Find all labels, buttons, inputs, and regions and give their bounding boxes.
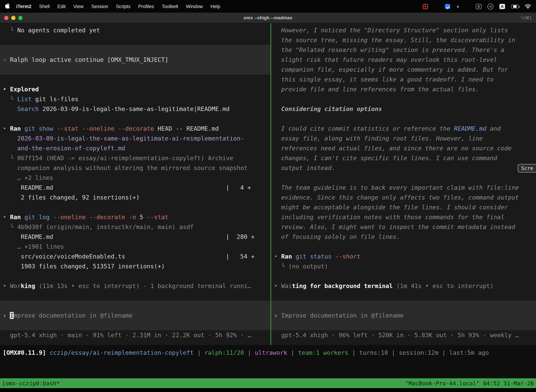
macos-menubar: iTerm2ShellEditViewSessionScriptsProfile… bbox=[0, 0, 536, 13]
terminal-line: review. Also, I might want to inspect th… bbox=[271, 222, 536, 232]
terminal-line: including verification notes with those … bbox=[271, 212, 536, 222]
text-segment: | bbox=[348, 349, 359, 356]
text-segment: session:12m bbox=[399, 349, 438, 356]
terminal-line: README.md| 4 + bbox=[0, 183, 270, 192]
terminal-line: evidence. Since this change only affects… bbox=[271, 192, 536, 202]
text-segment: companion analysis without altering the … bbox=[3, 164, 248, 171]
grid-app-icon[interactable] bbox=[434, 4, 439, 9]
text-segment: | bbox=[244, 349, 255, 356]
terminal-line: the "Related research writing" section i… bbox=[271, 45, 536, 55]
terminal-line: 2026-03-09-is-legal-the-same-as-legitima… bbox=[0, 134, 270, 143]
text-segment: … +2 lines bbox=[3, 174, 53, 181]
blue-app-icon[interactable] bbox=[445, 4, 450, 9]
terminal-line: and-the-erosion-of-copyleft.md bbox=[0, 143, 270, 153]
text-segment: (1m 41s • esc to interrupt) bbox=[393, 282, 494, 289]
text-segment: and bbox=[486, 125, 501, 132]
text-segment: └ bbox=[3, 27, 17, 34]
text-segment: essay file, along with finding root file… bbox=[274, 135, 483, 142]
text-segment: of focusing solely on file lines. bbox=[274, 233, 400, 240]
input-source-icon[interactable]: A bbox=[499, 4, 505, 9]
text-segment: slight risk that future readers may over… bbox=[274, 56, 497, 63]
text-segment: references need actual files, and since … bbox=[274, 145, 512, 152]
terminal-line: • Explored bbox=[0, 84, 270, 94]
text-segment: --stat --oneline --decorate bbox=[57, 125, 158, 132]
dots-grid-icon[interactable] bbox=[465, 4, 470, 9]
terminal-line: this single essay, it seems like a good … bbox=[271, 75, 536, 84]
screen-notification[interactable]: Scre bbox=[518, 164, 536, 173]
text-segment: Ran bbox=[10, 125, 24, 132]
menu-item-edit[interactable]: Edit bbox=[57, 4, 66, 9]
menu-item-iterm2[interactable]: iTerm2 bbox=[16, 4, 31, 9]
blank-line bbox=[271, 173, 536, 183]
screen: iTerm2ShellEditViewSessionScriptsProfile… bbox=[0, 0, 536, 392]
text-segment: • bbox=[3, 214, 10, 221]
wifi-icon[interactable] bbox=[525, 4, 531, 9]
terminal-line: I could cite commit statistics or refere… bbox=[271, 124, 536, 134]
apple-icon bbox=[5, 3, 10, 10]
terminal-line: the source tree, missing the essay. Stil… bbox=[271, 35, 536, 45]
terminal-line: Considering citation options bbox=[271, 104, 536, 114]
key-icon[interactable]: 8 bbox=[476, 4, 482, 9]
blank-line bbox=[271, 94, 536, 104]
blank-line bbox=[0, 271, 270, 281]
text-segment: git log bbox=[24, 214, 53, 221]
dark-app-icon[interactable]: ◑ bbox=[456, 4, 459, 9]
text-segment: 2 files changed, 92 insertions(+) bbox=[3, 194, 140, 201]
terminal-line: • Ran git show --stat --oneline --decora… bbox=[0, 124, 270, 134]
menu-item-view[interactable]: View bbox=[73, 4, 84, 9]
left-pane[interactable]: └ No agents completed yet› Ralph loop ac… bbox=[0, 23, 270, 345]
text-segment: last:5m ago bbox=[449, 349, 489, 356]
terminal: └ No agents completed yet› Ralph loop ac… bbox=[0, 23, 536, 392]
menu-item-scripts[interactable]: Scripts bbox=[116, 4, 130, 9]
box-content: › Improve documentation in @filename bbox=[0, 311, 270, 320]
text-segment: changes, I can't cite specific file line… bbox=[274, 154, 497, 162]
text-segment: [OMX#0.11.9] bbox=[3, 349, 50, 356]
screen-recording-icon[interactable] bbox=[423, 4, 428, 9]
tmux-session-label: [omx-cczip0:bash* bbox=[2, 380, 60, 387]
text-segment: mprove documentation in @filename bbox=[14, 312, 132, 319]
prompt-input[interactable]: › Improve documentation in @filename bbox=[271, 301, 536, 330]
blank-line bbox=[271, 291, 536, 301]
text-segment: Ralph loop active continue [OMX_TMUX_INJ… bbox=[10, 56, 168, 63]
text-segment: --stat bbox=[147, 214, 168, 221]
terminal-line: might be acceptable alongside the file l… bbox=[271, 202, 536, 212]
menu-item-profiles[interactable]: Profiles bbox=[138, 4, 154, 9]
prompt-input[interactable]: › Improve documentation in @filename bbox=[0, 301, 270, 330]
text-segment: Ran bbox=[281, 253, 296, 260]
text-segment: | bbox=[194, 349, 204, 356]
text-segment: ultrawork bbox=[255, 349, 287, 356]
terminal-line: • Working (11m 13s • esc to interrupt) ·… bbox=[0, 281, 270, 291]
right-pane[interactable]: However, I noticed the "Directory Struct… bbox=[271, 23, 536, 345]
menu-item-window[interactable]: Window bbox=[186, 4, 203, 9]
diffstat-file: README.md bbox=[3, 183, 226, 192]
text-segment: • bbox=[3, 125, 10, 132]
battery-icon[interactable] bbox=[511, 5, 519, 8]
text-segment: gpt-5.4 xhigh · 96% left · 520K in · 5.8… bbox=[274, 331, 519, 339]
text-segment: HEAD -- README.md bbox=[158, 125, 219, 132]
terminal-line: references need actual files, and since … bbox=[271, 143, 536, 153]
apple-menu[interactable] bbox=[5, 3, 10, 10]
text-segment: git ls-files bbox=[32, 96, 78, 103]
text-segment: • Wai bbox=[274, 282, 292, 289]
tmux-host-clock: "MacBook-Pro-44.local" 04:52 31-Mar-26 bbox=[405, 380, 534, 387]
blank-line bbox=[0, 35, 270, 45]
battery-percent-icon[interactable]: .61 bbox=[488, 3, 493, 9]
terminal-line: changes, I can't cite specific file line… bbox=[271, 153, 536, 163]
text-segment: | bbox=[388, 349, 399, 356]
text-segment: companion file, especially if more comme… bbox=[274, 66, 508, 73]
text-segment: README.md bbox=[454, 125, 486, 132]
menu-item-session[interactable]: Session bbox=[91, 4, 108, 9]
window-title: omx --xhigh --madmax bbox=[0, 15, 536, 20]
bottom-status-area: [OMX#0.11.9] cczip/essay/ai-reimplementa… bbox=[0, 345, 536, 392]
text-segment: | bbox=[438, 349, 449, 356]
text-segment: └ 4b9d30f (origin/main, instructkr/main,… bbox=[3, 223, 194, 230]
text-segment: • bbox=[3, 86, 10, 93]
menu-item-toolbelt[interactable]: Toolbelt bbox=[162, 4, 178, 9]
window-titlebar[interactable]: omx --xhigh --madmax ⌥⌘1 bbox=[0, 13, 536, 23]
menu-item-shell[interactable]: Shell bbox=[39, 4, 50, 9]
text-segment: › bbox=[274, 312, 281, 319]
menu-item-help[interactable]: Help bbox=[211, 4, 220, 9]
terminal-line: └ (no output) bbox=[271, 261, 536, 271]
terminal-line: … +2 lines bbox=[0, 173, 270, 183]
terminal-line: README.md| 280 + bbox=[0, 232, 270, 242]
